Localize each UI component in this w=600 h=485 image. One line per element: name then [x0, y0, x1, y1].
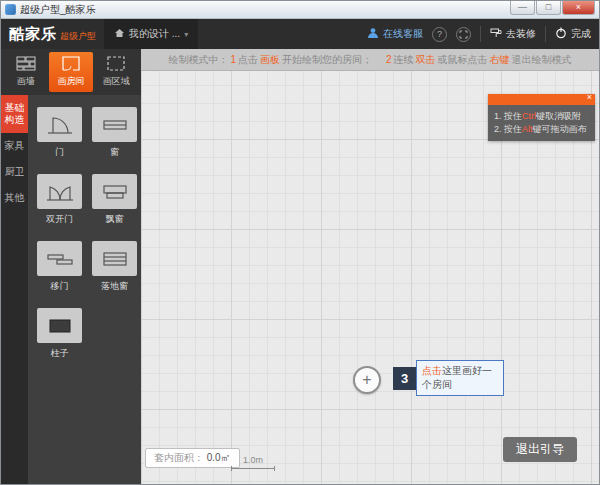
draw-wall-tool[interactable]: 画墙 [4, 52, 47, 92]
mode-label: 绘制模式中： [168, 53, 228, 67]
finish-label: 完成 [571, 27, 591, 41]
mode-text: 点击 [238, 53, 258, 67]
draw-start-point[interactable]: + [353, 366, 381, 394]
panel-row: 基础构造 家具 厨卫 其他 门 [1, 95, 141, 485]
door-icon [37, 107, 82, 142]
help-icon[interactable]: ? [432, 27, 447, 42]
area-icon [107, 56, 125, 73]
power-icon [555, 27, 567, 41]
palette-item-label: 窗 [110, 146, 119, 159]
os-titlebar: 超级户型_酷家乐 — □ × [1, 1, 599, 19]
scale-ruler: 1.0m [231, 455, 275, 471]
component-palette: 门 窗 双开门 [28, 95, 146, 485]
home-icon [114, 28, 125, 40]
maximize-button[interactable]: □ [536, 1, 561, 15]
fullscreen-icon[interactable] [456, 27, 471, 42]
header-actions: 在线客服 ? 去装修 完成 [367, 26, 591, 42]
draw-area-tool[interactable]: 画区域 [95, 52, 138, 92]
double-door-icon [37, 174, 82, 209]
finish-button[interactable]: 完成 [555, 27, 591, 41]
draw-room-label: 画房间 [57, 75, 84, 88]
close-icon[interactable]: × [587, 92, 592, 102]
window-icon [92, 107, 137, 142]
chevron-down-icon: ▾ [184, 30, 188, 39]
palette-item-label: 柱子 [51, 347, 69, 360]
mode-highlight: 右键 [490, 53, 510, 67]
mode-highlight: 画板 [260, 53, 280, 67]
shortcut-tip-box: × 1. 按住Ctrl键取消吸附 2. 按住Alt键可拖动画布 [488, 94, 595, 141]
exit-guide-button[interactable]: 退出引导 [503, 437, 577, 462]
online-service-label: 在线客服 [383, 27, 423, 41]
mode-text: 退出绘制模式 [512, 53, 572, 67]
draw-toolbar: 画墙 画房间 画区域 [1, 49, 141, 95]
logo: 酷家乐 超级户型 [9, 25, 96, 44]
plus-icon: + [362, 371, 371, 389]
pillar-icon [37, 308, 82, 343]
scale-label: 1.0m [231, 455, 275, 465]
online-service-button[interactable]: 在线客服 [367, 27, 423, 41]
decorate-label: 去装修 [506, 27, 536, 41]
palette-item-label: 门 [55, 146, 64, 159]
step2-number: 2 [386, 54, 392, 65]
guide-step-badge: 3 [393, 367, 416, 390]
window-controls: — □ × [509, 1, 599, 15]
wall-icon [16, 56, 36, 73]
my-design-menu[interactable]: 我的设计 ... ▾ [104, 19, 198, 49]
tab-kitchen-bath[interactable]: 厨卫 [1, 159, 28, 185]
palette-item-window[interactable]: 窗 [92, 107, 137, 159]
palette-item-label: 移门 [51, 280, 69, 293]
mode-text: 或鼠标点击 [438, 53, 488, 67]
step1-number: 1 [230, 54, 236, 65]
tip-box-body: 1. 按住Ctrl键取消吸附 2. 按住Alt键可拖动画布 [488, 105, 595, 141]
person-icon [367, 27, 379, 41]
paint-roller-icon [490, 27, 502, 41]
tab-basic-structure[interactable]: 基础构造 [1, 95, 28, 133]
logo-subtitle: 超级户型 [60, 30, 96, 43]
my-design-label: 我的设计 ... [129, 27, 180, 41]
palette-item-floor-window[interactable]: 落地窗 [92, 241, 137, 293]
room-icon [62, 56, 80, 73]
inner-area-value: 0.0㎡ [207, 452, 231, 463]
app-header: 酷家乐 超级户型 我的设计 ... ▾ 在线客服 ? [1, 19, 599, 49]
palette-item-label: 飘窗 [106, 213, 124, 226]
app-icon [5, 4, 16, 15]
mode-text: 开始绘制您的房间； [282, 53, 372, 67]
left-panel: 画墙 画房间 画区域 基础构造 家具 [1, 49, 141, 485]
minimize-button[interactable]: — [510, 1, 535, 15]
tip-box-header: × [488, 94, 595, 105]
drawing-canvas[interactable]: 绘制模式中： 1 点击画板开始绘制您的房间； 2 连续双击或鼠标点击右键退出绘制… [141, 49, 599, 485]
window-title: 超级户型_酷家乐 [20, 3, 509, 17]
palette-item-sliding-door[interactable]: 移门 [37, 241, 82, 293]
logo-text: 酷家乐 [9, 25, 57, 44]
floor-window-icon [92, 241, 137, 276]
sliding-door-icon [37, 241, 82, 276]
palette-item-door[interactable]: 门 [37, 107, 82, 159]
bay-window-icon [92, 174, 137, 209]
divider [480, 26, 481, 42]
draw-room-tool[interactable]: 画房间 [49, 52, 92, 92]
mode-text: 连续 [394, 53, 414, 67]
inner-area-info: 套内面积： 0.0㎡ [145, 448, 240, 468]
tab-other[interactable]: 其他 [1, 185, 28, 211]
app-window: 超级户型_酷家乐 — □ × 酷家乐 超级户型 我的设计 ... ▾ 在线客服 [0, 0, 600, 485]
decorate-button[interactable]: 去装修 [490, 27, 536, 41]
divider [545, 26, 546, 42]
draw-area-label: 画区域 [103, 75, 130, 88]
guide-tooltip-highlight: 点击 [422, 365, 442, 376]
tip-line-1: 1. 按住Ctrl键取消吸附 [494, 110, 589, 123]
palette-item-label: 落地窗 [101, 280, 128, 293]
palette-item-pillar[interactable]: 柱子 [37, 308, 82, 360]
palette-item-bay-window[interactable]: 飘窗 [92, 174, 137, 226]
category-tabs: 基础构造 家具 厨卫 其他 [1, 95, 28, 485]
scale-line [231, 466, 275, 471]
draw-mode-banner: 绘制模式中： 1 点击画板开始绘制您的房间； 2 连续双击或鼠标点击右键退出绘制… [141, 49, 599, 71]
close-button[interactable]: × [562, 1, 595, 15]
tip-line-2: 2. 按住Alt键可拖动画布 [494, 123, 589, 136]
palette-item-double-door[interactable]: 双开门 [37, 174, 82, 226]
app-body: 画墙 画房间 画区域 基础构造 家具 [1, 49, 599, 485]
tab-furniture[interactable]: 家具 [1, 133, 28, 159]
guide-tooltip: 点击这里画好一个房间 [416, 360, 504, 396]
draw-wall-label: 画墙 [17, 75, 35, 88]
inner-area-label: 套内面积： [154, 452, 204, 463]
palette-item-label: 双开门 [46, 213, 73, 226]
